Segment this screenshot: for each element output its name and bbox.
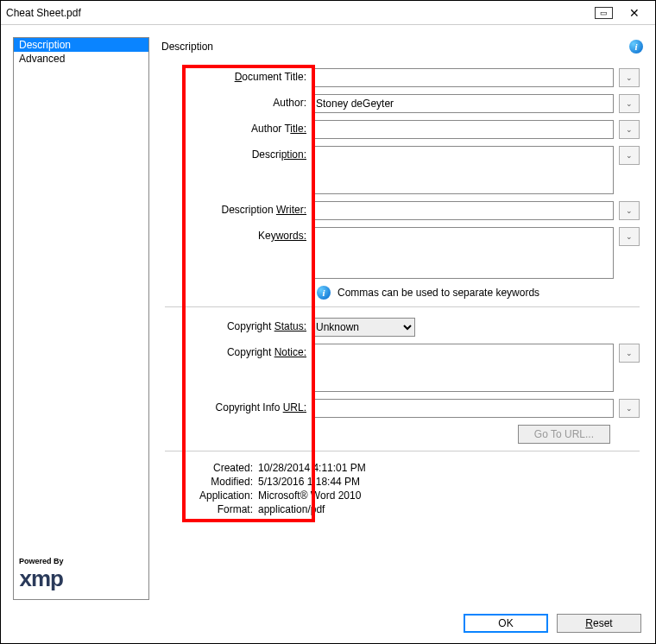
chevron-down-icon: ⌄	[626, 206, 633, 215]
document-title-input[interactable]	[312, 68, 614, 87]
modified-value: 5/13/2016 1:18:44 PM	[258, 476, 360, 488]
created-value: 10/28/2014 4:11:01 PM	[258, 462, 366, 474]
xmp-text: xmp	[19, 565, 64, 592]
panel-header: Description i	[161, 37, 643, 56]
window-title: Cheat Sheet.pdf	[6, 7, 588, 19]
description-writer-dropdown[interactable]: ⌄	[619, 201, 640, 220]
created-label: Created:	[165, 462, 258, 474]
sidebar-item-description[interactable]: Description	[14, 38, 148, 52]
panel-title: Description	[161, 41, 629, 53]
format-label: Format:	[165, 503, 258, 515]
keywords-label: Keywords:	[165, 227, 312, 279]
description-input[interactable]	[312, 146, 614, 194]
main-panel: Description i Document Title: ⌄ Author: …	[161, 37, 643, 600]
description-writer-label: Description Writer:	[165, 201, 312, 220]
hint-text: Commas can be used to separate keywords	[337, 287, 539, 299]
author-title-dropdown[interactable]: ⌄	[619, 120, 640, 139]
document-title-dropdown[interactable]: ⌄	[619, 68, 640, 87]
dialog-window: Cheat Sheet.pdf ▭ ✕ Description Advanced…	[0, 0, 656, 644]
chevron-down-icon: ⌄	[626, 125, 633, 134]
copyright-status-select[interactable]: Unknown	[312, 318, 415, 337]
chevron-down-icon: ⌄	[626, 99, 633, 108]
copyright-notice-dropdown[interactable]: ⌄	[619, 344, 640, 363]
sidebar-item-label: Description	[19, 39, 71, 51]
document-title-label: Document Title:	[165, 68, 312, 87]
modified-label: Modified:	[165, 476, 258, 488]
copyright-url-input[interactable]	[312, 399, 614, 418]
chevron-down-icon: ⌄	[626, 151, 633, 160]
author-label: Author:	[165, 94, 312, 113]
chevron-down-icon: ⌄	[626, 349, 633, 357]
author-input[interactable]	[312, 94, 614, 113]
close-button[interactable]: ✕	[619, 3, 650, 22]
metadata-block: Created:10/28/2014 4:11:01 PM Modified:5…	[165, 462, 640, 515]
close-icon: ✕	[629, 6, 640, 20]
application-value: Microsoft® Word 2010	[258, 489, 361, 502]
xmp-logo: Powered By xmp	[19, 557, 64, 592]
title-bar: Cheat Sheet.pdf ▭ ✕	[1, 1, 655, 25]
description-label: Description:	[165, 146, 312, 194]
titlebar-menu-button[interactable]: ▭	[588, 3, 619, 22]
sidebar-item-label: Advanced	[19, 53, 65, 65]
keywords-input[interactable]	[312, 227, 614, 279]
reset-button[interactable]: Reset	[557, 614, 641, 633]
sidebar-item-advanced[interactable]: Advanced	[14, 52, 148, 66]
format-value: application/pdf	[258, 503, 325, 515]
separator	[165, 451, 640, 451]
description-writer-input[interactable]	[312, 201, 614, 220]
separator	[165, 306, 640, 307]
go-to-url-button[interactable]: Go To URL...	[518, 425, 610, 444]
copyright-url-dropdown[interactable]: ⌄	[619, 399, 640, 418]
ok-button[interactable]: OK	[464, 614, 548, 633]
description-dropdown[interactable]: ⌄	[619, 146, 640, 165]
dialog-content: Description Advanced Description i Docum…	[1, 25, 655, 609]
info-icon[interactable]: i	[629, 40, 643, 54]
sidebar: Description Advanced	[13, 37, 149, 600]
chevron-down-icon: ⌄	[626, 232, 633, 241]
form: Document Title: ⌄ Author: ⌄ Author Title…	[161, 56, 643, 517]
info-icon: i	[317, 286, 331, 300]
copyright-notice-label: Copyright Notice:	[165, 344, 312, 392]
author-dropdown[interactable]: ⌄	[619, 94, 640, 113]
author-title-label: Author Title:	[165, 120, 312, 139]
copyright-notice-input[interactable]	[312, 344, 614, 392]
powered-by-text: Powered By	[19, 557, 64, 565]
copyright-url-label: Copyright Info URL:	[165, 399, 312, 418]
menu-icon: ▭	[595, 7, 613, 19]
application-label: Application:	[165, 489, 258, 502]
dialog-footer: OK Reset	[1, 609, 655, 643]
copyright-status-label: Copyright Status:	[165, 318, 312, 337]
keywords-dropdown[interactable]: ⌄	[619, 227, 640, 246]
author-title-input[interactable]	[312, 120, 614, 139]
chevron-down-icon: ⌄	[626, 404, 633, 413]
keywords-hint: i Commas can be used to separate keyword…	[317, 286, 640, 300]
chevron-down-icon: ⌄	[626, 73, 633, 82]
